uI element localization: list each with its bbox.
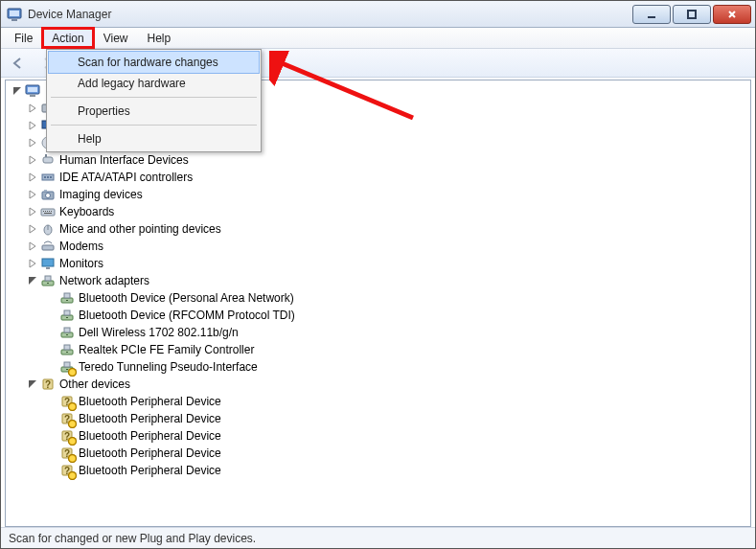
expand-icon[interactable] (27, 206, 38, 217)
net-icon (59, 342, 75, 357)
menuitem-scan-hardware[interactable]: Scan for hardware changes (49, 52, 259, 73)
expand-icon[interactable] (27, 154, 38, 166)
collapse-icon[interactable] (27, 378, 38, 390)
tree-node[interactable]: ?Bluetooth Peripheral Device (11, 410, 748, 427)
tree-node-label: Realtek PCIe FE Family Controller (79, 343, 254, 356)
unknown-icon: ? (59, 428, 75, 444)
unknown-icon: ? (59, 463, 75, 478)
menu-file[interactable]: File (5, 28, 42, 48)
svg-rect-49 (64, 345, 70, 350)
collapse-icon[interactable] (11, 85, 23, 97)
tree-node-label: Modems (59, 240, 103, 253)
tree-node[interactable]: ?Bluetooth Peripheral Device (11, 462, 748, 479)
tree-node[interactable]: Teredo Tunneling Pseudo-Interface (11, 358, 748, 376)
tree-node[interactable]: Dell Wireless 1702 802.11b/g/n (11, 324, 748, 341)
svg-rect-53 (66, 369, 68, 370)
monitor-icon (40, 256, 56, 271)
menu-view[interactable]: View (94, 28, 138, 48)
expand-icon[interactable] (27, 240, 38, 252)
expand-icon[interactable] (27, 189, 38, 200)
tree-node[interactable]: Keyboards (11, 203, 748, 220)
svg-text:?: ? (64, 397, 70, 407)
unknown-icon: ? (59, 394, 75, 409)
menuitem-add-legacy[interactable]: Add legacy hardware (49, 73, 259, 94)
unknown-icon: ? (59, 446, 75, 461)
svg-rect-1 (10, 11, 19, 16)
titlebar: Device Manager (1, 1, 755, 28)
tree-node[interactable]: Imaging devices (11, 186, 748, 203)
expand-icon[interactable] (27, 223, 38, 235)
svg-rect-38 (47, 283, 49, 284)
svg-text:?: ? (64, 414, 70, 424)
net-icon (59, 359, 75, 375)
back-button[interactable] (7, 52, 30, 75)
unknown-icon: ? (40, 377, 56, 392)
tree-node[interactable]: Human Interface Devices (11, 151, 748, 169)
expand-icon[interactable] (27, 103, 38, 114)
expand-icon[interactable] (27, 258, 38, 269)
svg-text:?: ? (45, 379, 51, 390)
svg-rect-47 (66, 334, 68, 335)
svg-rect-20 (50, 176, 52, 178)
expand-icon[interactable] (27, 137, 38, 149)
svg-rect-28 (49, 211, 50, 212)
svg-rect-37 (45, 276, 51, 281)
tree-node[interactable]: Bluetooth Device (RFCOMM Protocol TDI) (11, 307, 748, 324)
modem-icon (40, 239, 56, 254)
svg-rect-19 (47, 176, 49, 178)
tree-node[interactable]: ?Bluetooth Peripheral Device (11, 445, 748, 462)
svg-text:?: ? (64, 466, 70, 476)
svg-rect-2 (11, 19, 17, 21)
tree-node[interactable]: Network adapters (11, 272, 748, 289)
svg-rect-26 (45, 211, 46, 212)
tree-node-label: IDE ATA/ATAPI controllers (59, 171, 193, 184)
svg-rect-46 (64, 328, 70, 332)
tree-node[interactable]: IDE ATA/ATAPI controllers (11, 169, 748, 186)
tree-node-label: Bluetooth Device (Personal Area Network) (79, 291, 294, 305)
expand-icon[interactable] (27, 172, 38, 183)
tree-node[interactable]: ?Other devices (11, 376, 748, 393)
tree-node[interactable]: Realtek PCIe FE Family Controller (11, 341, 748, 358)
tree-node-label: Bluetooth Device (RFCOMM Protocol TDI) (79, 309, 295, 322)
svg-rect-33 (42, 245, 54, 250)
net-icon (40, 273, 56, 288)
tree-node[interactable]: ?Bluetooth Peripheral Device (11, 393, 748, 410)
menuitem-help[interactable]: Help (49, 128, 259, 149)
svg-point-22 (46, 194, 51, 198)
tree-node-label: Bluetooth Peripheral Device (79, 412, 221, 425)
collapse-icon[interactable] (27, 275, 38, 286)
svg-rect-8 (30, 95, 35, 97)
menu-help[interactable]: Help (138, 28, 181, 48)
net-icon (59, 308, 75, 323)
maximize-button[interactable] (673, 5, 711, 24)
app-icon (7, 7, 22, 22)
tree-node[interactable]: ?Bluetooth Peripheral Device (11, 427, 748, 445)
expand-icon[interactable] (27, 120, 38, 131)
tree-node[interactable]: Modems (11, 238, 748, 255)
net-icon (59, 290, 75, 306)
tree-node[interactable]: Bluetooth Device (Personal Area Network) (11, 289, 748, 307)
svg-rect-24 (41, 209, 55, 216)
tree-node[interactable]: Mice and other pointing devices (11, 220, 748, 238)
tree-node[interactable]: Monitors (11, 255, 748, 272)
tree-node-label: Network adapters (59, 274, 149, 287)
svg-rect-4 (688, 11, 696, 18)
window-title: Device Manager (28, 8, 630, 21)
svg-rect-25 (43, 211, 44, 212)
svg-text:?: ? (64, 431, 70, 442)
tree-node-label: Monitors (59, 257, 103, 270)
tree-node-label: Bluetooth Peripheral Device (79, 429, 221, 443)
svg-rect-7 (28, 87, 37, 92)
action-menu-popup: Scan for hardware changes Add legacy har… (46, 49, 262, 152)
menuitem-properties[interactable]: Properties (49, 101, 259, 122)
menu-action[interactable]: Action (42, 28, 93, 48)
net-icon (59, 325, 75, 340)
menu-separator (51, 125, 257, 126)
status-bar: Scan for changed or new Plug and Play de… (1, 527, 755, 548)
mouse-icon (40, 221, 56, 237)
svg-rect-30 (44, 213, 52, 214)
computer-icon (25, 83, 40, 99)
svg-rect-52 (64, 362, 70, 367)
minimize-button[interactable] (632, 5, 671, 24)
close-button[interactable] (713, 5, 751, 24)
